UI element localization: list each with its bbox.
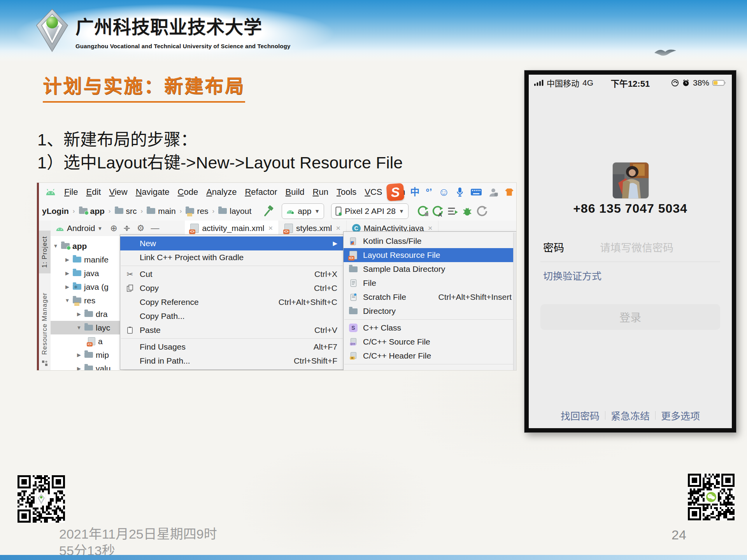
menu-refactor[interactable]: Refactor: [245, 187, 277, 197]
menu-view[interactable]: View: [109, 187, 127, 197]
scrollbar[interactable]: [513, 233, 516, 370]
keyboard-icon[interactable]: [470, 188, 482, 196]
breadcrumb-project[interactable]: yLogin: [42, 206, 69, 216]
ide-body: 1: Project Resource Manager Androi: [39, 220, 516, 370]
breadcrumb-src[interactable]: src: [115, 206, 137, 216]
submenu-item-cpp-class[interactable]: S C++ Class: [344, 321, 516, 335]
menu-edit[interactable]: Edit: [86, 187, 101, 197]
menu-navigate[interactable]: Navigate: [136, 187, 170, 197]
tree-row-app[interactable]: ▼ app: [51, 239, 121, 253]
debug-icon[interactable]: [461, 205, 473, 217]
chevron-down-icon: ▼: [314, 208, 320, 214]
android-studio-screenshot: File Edit View Navigate Code Analyze Ref…: [37, 183, 516, 370]
tree-row-mipmap[interactable]: ▶ mip: [51, 348, 121, 362]
menu-item-link-cpp[interactable]: Link C++ Project with Gradle: [120, 250, 344, 264]
profiler-icon[interactable]: [447, 205, 458, 217]
menu-build[interactable]: Build: [286, 187, 305, 197]
submenu-item-sample-data-directory[interactable]: Sample Data Directory: [344, 262, 516, 276]
menu-item-new[interactable]: New ▶: [120, 236, 344, 250]
folder-icon: [348, 266, 358, 272]
tab-styles-xml[interactable]: <> styles.xml ✕: [279, 220, 347, 236]
menu-item-find-usages[interactable]: Find Usages Alt+F7: [120, 340, 344, 354]
close-icon[interactable]: ✕: [428, 225, 433, 232]
ide-menubar: File Edit View Navigate Code Analyze Ref…: [39, 183, 516, 202]
more-options-link[interactable]: 更多选项: [661, 408, 700, 422]
tab-activity-main-xml[interactable]: <> activity_main.xml ✕: [185, 220, 279, 236]
submenu-item-layout-resource-file[interactable]: <> Layout Resource File: [344, 248, 516, 262]
password-input[interactable]: 请填写微信密码: [600, 240, 673, 255]
chinese-mode-icon[interactable]: 中: [410, 187, 419, 197]
menu-code[interactable]: Code: [178, 187, 198, 197]
university-logo: [34, 9, 70, 52]
switch-verification-link[interactable]: 切换验证方式: [543, 268, 601, 282]
new-submenu: Kotlin Class/File <> Layout Resource Fil…: [343, 231, 516, 370]
tree-row-manifests[interactable]: ▶ manife: [51, 253, 121, 266]
locate-icon[interactable]: ⊕: [110, 223, 117, 233]
tree-row-values[interactable]: ▶ valu: [51, 362, 121, 370]
recover-password-link[interactable]: 找回密码: [561, 408, 600, 422]
menu-item-paste[interactable]: Paste Ctrl+V: [120, 323, 344, 337]
tree-row-drawable[interactable]: ▶ dra: [51, 307, 121, 321]
login-button[interactable]: 登录: [540, 304, 720, 330]
breadcrumb-res[interactable]: res: [186, 206, 208, 216]
attach-profiler-icon[interactable]: [476, 205, 488, 217]
menu-item-cut[interactable]: ✂ Cut Ctrl+X: [120, 267, 344, 281]
menu-vcs[interactable]: VCS: [365, 187, 382, 197]
tree-row-java-generated[interactable]: ▶ ✱ java (g: [51, 280, 121, 294]
submenu-item-cpp-source[interactable]: C++ C/C++ Source File: [344, 335, 516, 349]
close-icon[interactable]: ✕: [268, 225, 273, 232]
gear-icon[interactable]: ⚙: [137, 223, 145, 233]
emoji-icon[interactable]: ☺: [438, 187, 449, 198]
tree-row-activity-main[interactable]: a: [51, 334, 121, 348]
submenu-item-scratch-file[interactable]: Scratch File Ctrl+Alt+Shift+Insert: [344, 290, 516, 304]
emergency-freeze-link[interactable]: 紧急冻结: [611, 408, 650, 422]
tree-row-layout[interactable]: ▼ layc: [51, 321, 121, 334]
slide-date: 2021年11月25日星期四9时 55分13秒: [59, 526, 217, 559]
phone-screenshot: 中国移动 4G 下午12:51 38%: [524, 70, 736, 432]
chevron-down-icon[interactable]: ▼: [97, 226, 102, 231]
sogou-logo-icon[interactable]: S: [386, 183, 405, 201]
menu-run[interactable]: Run: [313, 187, 328, 197]
menu-item-find-in-path[interactable]: Find in Path... Ctrl+Shift+F: [120, 354, 344, 368]
tree-row-res[interactable]: ▼ res: [51, 294, 121, 307]
build-variants-icon[interactable]: [42, 360, 48, 366]
tree-row-java[interactable]: ▶ java: [51, 266, 121, 280]
punctuation-icon[interactable]: °’: [426, 187, 432, 197]
run-icon[interactable]: [417, 205, 429, 217]
menu-tools[interactable]: Tools: [337, 187, 356, 197]
menu-file[interactable]: File: [64, 187, 78, 197]
submenu-item-cpp-header[interactable]: H C/C++ Header File: [344, 349, 516, 363]
network-label: 4G: [582, 78, 593, 88]
menu-item-copy-path[interactable]: Copy Path...: [120, 309, 344, 323]
submenu-item-kotlin[interactable]: Kotlin Class/File: [344, 234, 516, 248]
hide-icon[interactable]: —: [151, 223, 159, 233]
breadcrumb-app[interactable]: app: [79, 206, 105, 216]
tool-window-view-select[interactable]: Android: [67, 224, 95, 233]
menu-separator: [344, 364, 516, 364]
breadcrumb-main[interactable]: main: [147, 206, 176, 216]
menu-item-copy-reference[interactable]: Copy Reference Ctrl+Alt+Shift+C: [120, 295, 344, 309]
sidebar-item-project[interactable]: 1: Project: [39, 231, 51, 273]
menu-analyze[interactable]: Analyze: [206, 187, 237, 197]
run-config-select[interactable]: app ▼: [282, 203, 324, 219]
apply-changes-icon[interactable]: A: [432, 205, 444, 217]
account-icon[interactable]: [488, 187, 498, 197]
submenu-item-partial[interactable]: [344, 366, 516, 370]
build-hammer-icon[interactable]: [263, 205, 275, 217]
alarm-icon: [682, 79, 690, 87]
menu-item-copy[interactable]: Copy Ctrl+C: [120, 281, 344, 295]
submenu-item-file[interactable]: File: [344, 276, 516, 290]
sidebar-item-resource-manager[interactable]: Resource Manager: [39, 287, 51, 360]
skin-icon[interactable]: [505, 187, 514, 197]
page-number: 24: [672, 527, 686, 542]
device-select[interactable]: Pixel 2 API 28 ▼: [331, 203, 409, 219]
orientation-lock-icon: [671, 79, 679, 87]
project-tree: ▼ app ▶ manife ▶ java ▶ ✱ java (g ▼: [51, 236, 121, 370]
collapse-all-icon[interactable]: [123, 224, 131, 232]
mic-icon[interactable]: [456, 187, 464, 197]
breadcrumb-layout[interactable]: layout: [218, 206, 251, 216]
close-icon[interactable]: ✕: [336, 225, 341, 232]
device-value: Pixel 2 API 28: [345, 206, 396, 216]
submenu-item-directory[interactable]: Directory: [344, 304, 516, 318]
slide: 广州科技职业技术大学 Guangzhou Vocational and Tech…: [0, 0, 747, 560]
